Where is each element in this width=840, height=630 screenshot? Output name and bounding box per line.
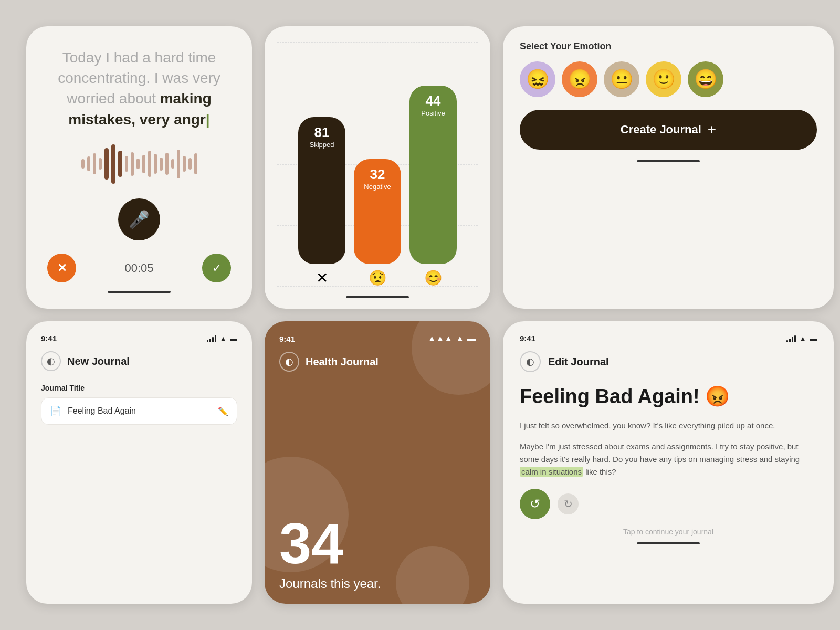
battery-icon: ▬ xyxy=(467,334,476,343)
confirm-button[interactable]: ✓ xyxy=(202,254,231,282)
wave-bar xyxy=(131,152,134,176)
status-icons: ▲▲▲ ▲ ▬ xyxy=(428,334,476,343)
wave-bar xyxy=(148,151,151,177)
home-indicator xyxy=(637,542,700,544)
wifi-icon: ▲ xyxy=(219,334,227,343)
edit-pencil-icon[interactable]: ✏️ xyxy=(218,406,228,416)
journal-title-value: Feeling Bad Again xyxy=(68,406,212,416)
wave-bar-active xyxy=(118,151,122,177)
status-time: 9:41 xyxy=(41,334,57,343)
battery-icon: ▬ xyxy=(810,334,817,343)
wave-bar xyxy=(165,153,169,175)
wave-bar xyxy=(99,158,102,170)
bar-negative-pill: 32 Negative xyxy=(354,159,401,264)
undo-button[interactable]: ↺ xyxy=(520,489,550,519)
journal-title-input[interactable]: 📄 Feeling Bad Again ✏️ xyxy=(41,397,237,425)
body-2-post: like this? xyxy=(583,467,616,476)
bar-positive: 44 Positive 😊 xyxy=(410,86,457,287)
back-button[interactable]: ◐ xyxy=(520,351,541,372)
bar-skipped-pill: 81 Skipped xyxy=(298,117,345,264)
journals-subtitle: Journals this year. xyxy=(279,576,476,591)
field-label: Journal Title xyxy=(41,384,237,392)
wave-bar xyxy=(183,156,186,172)
signal-icon: ▲▲▲ xyxy=(428,334,453,343)
edit-header: ◐ Edit Journal xyxy=(520,351,817,372)
emotion-very-sad[interactable]: 😖 xyxy=(520,61,555,97)
journal-body-2: Maybe I'm just stressed about exams and … xyxy=(520,440,817,478)
wave-bar xyxy=(81,159,85,169)
emotion-very-happy[interactable]: 😄 xyxy=(688,61,723,97)
emotion-happy[interactable]: 🙂 xyxy=(646,61,681,97)
body-2-pre: Maybe I'm just stressed about exams and … xyxy=(520,442,800,464)
bar-skipped: 81 Skipped ✕ xyxy=(298,117,345,287)
emotion-happy-icon: 🙂 xyxy=(652,68,676,90)
bar-skipped-value: 81 xyxy=(314,124,330,141)
wave-bar xyxy=(154,154,157,174)
bar-negative: 32 Negative 😟 xyxy=(354,159,401,287)
voice-text: Today I had a hard time concentrating. I… xyxy=(42,47,236,130)
health-journal-title: Health Journal xyxy=(306,356,379,368)
create-journal-label: Create Journal xyxy=(621,123,701,136)
status-icons: ▲ ▬ xyxy=(786,334,817,343)
mic-button[interactable]: 🎤 xyxy=(118,198,160,240)
wave-bar xyxy=(136,159,140,169)
bar-negative-label: Negative xyxy=(364,183,391,191)
wave-bar xyxy=(93,153,96,174)
back-button[interactable]: ◐ xyxy=(279,352,299,372)
voice-controls: ✕ 00:05 ✓ xyxy=(42,254,236,282)
wave-bar xyxy=(171,159,174,169)
status-icons: ▲ ▬ xyxy=(207,334,237,343)
redo-icon: ↻ xyxy=(564,498,573,510)
wave-bar xyxy=(142,155,145,173)
cancel-button[interactable]: ✕ xyxy=(47,254,76,282)
waveform xyxy=(81,143,197,185)
bar-skipped-label: Skipped xyxy=(310,141,334,149)
edit-header-title: Edit Journal xyxy=(548,356,609,368)
emotion-very-sad-icon: 😖 xyxy=(526,68,550,90)
signal-icon xyxy=(786,335,796,342)
signal-icon xyxy=(207,335,216,342)
redo-button[interactable]: ↻ xyxy=(558,494,579,514)
undo-icon: ↺ xyxy=(530,497,540,511)
emotion-row: 😖 😠 😐 🙂 😄 xyxy=(520,61,817,97)
status-bar: 9:41 ▲ ▬ xyxy=(41,334,237,343)
wave-bar xyxy=(194,153,197,174)
edit-actions: ↺ ↻ xyxy=(520,489,817,519)
bar-positive-value: 44 xyxy=(426,93,441,109)
document-icon: 📄 xyxy=(50,405,61,417)
wifi-icon: ▲ xyxy=(799,334,806,343)
emotion-neutral[interactable]: 😐 xyxy=(604,61,639,97)
plus-icon: + xyxy=(708,121,716,138)
emotion-select-title: Select Your Emotion xyxy=(520,41,817,52)
edit-journal-card: 9:41 ▲ ▬ ◐ Edit Journal Feeling Bad Agai… xyxy=(503,321,834,604)
create-journal-card: Select Your Emotion 😖 😠 😐 🙂 😄 Create Jou… xyxy=(503,26,834,309)
bar-positive-emoji: 😊 xyxy=(424,269,443,287)
new-journal-card: 9:41 ▲ ▬ ◐ New Journal Journal Title 📄 F… xyxy=(26,321,252,604)
create-journal-button[interactable]: Create Journal + xyxy=(520,110,817,150)
wave-bar xyxy=(125,156,128,172)
journal-header: ◐ New Journal xyxy=(41,351,237,371)
battery-icon: ▬ xyxy=(230,334,237,343)
wave-bar-active xyxy=(104,148,109,180)
journal-title: Feeling Bad Again! 😡 xyxy=(520,385,817,409)
voice-recording-card: Today I had a hard time concentrating. I… xyxy=(26,26,252,309)
bar-negative-value: 32 xyxy=(370,166,385,183)
journals-count: 34 xyxy=(279,514,476,572)
home-indicator xyxy=(637,160,700,162)
wifi-icon: ▲ xyxy=(456,334,464,343)
bar-chart-card: 81 Skipped ✕ 32 Negative 😟 44 Positive xyxy=(265,26,490,309)
chart-home-indicator xyxy=(346,296,409,298)
angry-emoji: 😡 xyxy=(705,385,730,407)
wave-bar xyxy=(87,156,90,171)
journal-header-title: New Journal xyxy=(67,355,130,368)
wave-bar-active xyxy=(111,144,116,184)
emotion-sad[interactable]: 😠 xyxy=(562,61,597,97)
back-button[interactable]: ◐ xyxy=(41,351,61,371)
chart-area: 81 Skipped ✕ 32 Negative 😟 44 Positive xyxy=(277,42,478,292)
bar-negative-emoji: 😟 xyxy=(369,269,387,287)
bar-skipped-emoji: ✕ xyxy=(316,269,328,287)
status-bar: 9:41 ▲▲▲ ▲ ▬ xyxy=(279,334,476,343)
wave-bar xyxy=(188,158,192,170)
home-indicator xyxy=(108,291,171,293)
journal-body-1: I just felt so overwhelmed, you know? It… xyxy=(520,419,817,432)
